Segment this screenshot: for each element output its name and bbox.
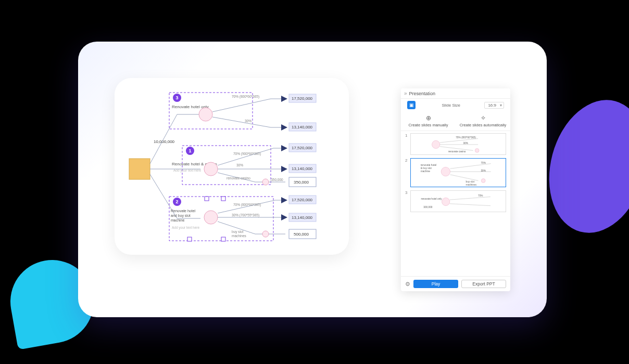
terminal-icon	[281, 124, 287, 131]
create-slides-manually-button[interactable]: ⊕ Create slides manually	[401, 111, 456, 131]
resize-handle[interactable]	[205, 197, 209, 201]
svg-text:30% (700*55*365): 30% (700*55*365)	[232, 213, 259, 217]
svg-text:70% (800*60*365): 70% (800*60*365)	[456, 136, 476, 139]
svg-marker-9	[281, 145, 287, 151]
svg-text:70%: 70%	[478, 194, 483, 197]
svg-point-38	[441, 167, 450, 176]
root-node[interactable]	[129, 159, 150, 179]
svg-text:13,140,000: 13,140,000	[292, 166, 313, 171]
svg-text:70%: 70%	[481, 162, 486, 164]
slide-size-label: Slide Size	[442, 103, 460, 108]
sub-label-casino: renovate casino	[227, 176, 250, 180]
presentation-panel: » Presentation ▣ Slide Size 16:9 ⊕ Creat…	[401, 88, 510, 291]
svg-text:13,140,000: 13,140,000	[292, 125, 313, 129]
svg-point-42	[481, 179, 485, 183]
svg-text:17,520,000: 17,520,000	[292, 198, 313, 202]
resize-handle[interactable]	[221, 237, 225, 241]
svg-text:350,000: 350,000	[294, 180, 309, 185]
svg-text:Add your text here: Add your text here	[172, 226, 199, 230]
presentation-mode-icon[interactable]: ▣	[407, 101, 416, 109]
svg-text:17,520,000: 17,520,000	[292, 146, 313, 150]
svg-text:30%: 30%	[245, 119, 251, 123]
svg-text:renovate hotel
              &: renovate hotel & buy slot machine	[421, 164, 437, 173]
slide-thumbnail[interactable]: 2 renovate hotel & buy slot machine 70%	[405, 158, 506, 187]
play-button[interactable]: Play	[413, 280, 458, 288]
decorative-blob-purple	[535, 89, 629, 244]
svg-point-15[interactable]	[262, 179, 269, 185]
chance-node-1[interactable]	[204, 162, 218, 176]
sub-label-slots: buy slot machines	[232, 230, 247, 238]
svg-text:300,000: 300,000	[423, 206, 433, 209]
chance-node-3[interactable]	[199, 108, 212, 121]
svg-text:30%: 30%	[463, 142, 469, 145]
chance-node-2[interactable]	[204, 211, 218, 224]
resize-handle[interactable]	[187, 237, 192, 241]
slide-thumbnail[interactable]: 3 renovate hotel only 70% 300,000	[405, 190, 506, 212]
decision-tree-diagram[interactable]: 10,000,000 3 Renovate hotel only 70% (80…	[115, 78, 349, 255]
svg-text:3: 3	[175, 95, 178, 100]
svg-point-44	[442, 198, 450, 205]
svg-text:buy slot
              machine: buy slot machines	[466, 180, 476, 186]
svg-text:17,520,000: 17,520,000	[292, 96, 313, 101]
svg-point-32	[432, 140, 440, 148]
svg-text:70% (800*60*365): 70% (800*60*365)	[232, 95, 259, 99]
svg-marker-23	[281, 197, 287, 203]
branch-2-label: Renovate hotel and buy slot machine	[171, 209, 196, 222]
panel-title: Presentation	[409, 91, 436, 96]
slides-list: 1 70% (800*60*365) 30% renovate casino	[401, 131, 510, 276]
svg-text:2: 2	[175, 199, 178, 204]
plus-circle-icon: ⊕	[402, 114, 455, 122]
svg-text:renovate hotel only: renovate hotel only	[421, 198, 443, 200]
svg-marker-26	[281, 214, 287, 220]
gear-icon[interactable]: ⚙	[405, 281, 410, 288]
svg-text:13,140,000: 13,140,000	[292, 215, 313, 220]
root-value: 10,000,000	[154, 139, 175, 144]
slide-size-select[interactable]: 16:9	[484, 102, 504, 109]
svg-text:70% (800*60*365): 70% (800*60*365)	[233, 203, 261, 207]
terminal-icon	[281, 96, 287, 102]
svg-marker-12	[281, 166, 287, 172]
svg-text:1: 1	[188, 148, 191, 153]
create-slides-automatically-button[interactable]: ✧ Create slides automatically	[456, 111, 510, 131]
svg-point-29[interactable]	[262, 231, 269, 237]
svg-text:-350,000: -350,000	[270, 178, 283, 181]
export-ppt-button[interactable]: Export PPT	[461, 280, 506, 288]
resize-handle[interactable]	[221, 197, 225, 201]
svg-text:renovate casino: renovate casino	[448, 150, 466, 153]
slide-thumbnail[interactable]: 1 70% (800*60*365) 30% renovate casino	[405, 133, 506, 155]
main-canvas: 10,000,000 3 Renovate hotel only 70% (80…	[78, 42, 547, 317]
collapse-icon[interactable]: »	[404, 90, 407, 96]
svg-text:30%: 30%	[481, 170, 486, 172]
svg-point-36	[475, 149, 479, 153]
svg-text:500,000: 500,000	[294, 232, 309, 237]
magic-wand-icon: ✧	[457, 114, 509, 122]
svg-text:Add your text here: Add your text here	[173, 168, 201, 173]
svg-text:30%: 30%	[236, 163, 243, 167]
svg-text:70% (900*60*365): 70% (900*60*365)	[233, 152, 261, 156]
